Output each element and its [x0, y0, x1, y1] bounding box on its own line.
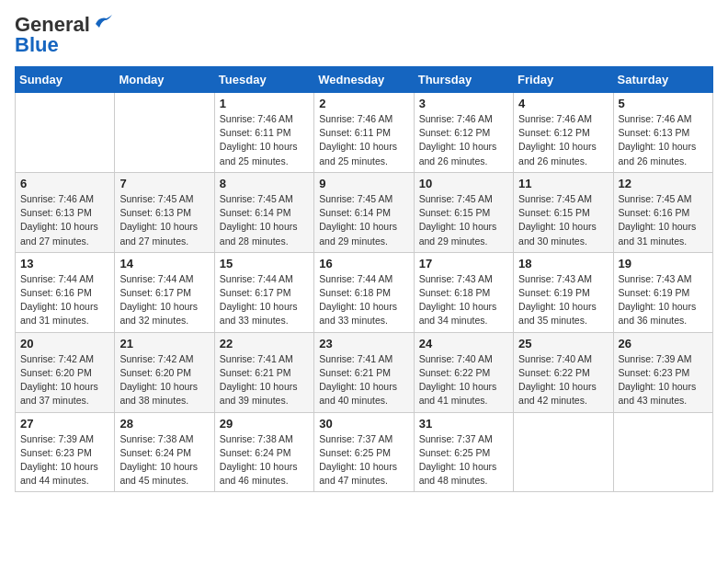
day-info: Sunrise: 7:41 AM Sunset: 6:21 PM Dayligh…	[319, 352, 408, 408]
calendar-day-cell: 28Sunrise: 7:38 AM Sunset: 6:24 PM Dayli…	[115, 412, 214, 492]
calendar-day-cell: 11Sunrise: 7:45 AM Sunset: 6:15 PM Dayli…	[514, 172, 613, 252]
day-number: 25	[518, 337, 608, 350]
day-info: Sunrise: 7:40 AM Sunset: 6:22 PM Dayligh…	[419, 352, 508, 408]
day-info: Sunrise: 7:44 AM Sunset: 6:16 PM Dayligh…	[20, 272, 109, 328]
day-of-week-header: Monday	[115, 67, 214, 93]
day-number: 29	[220, 417, 309, 431]
day-number: 20	[20, 337, 109, 350]
calendar-day-cell: 21Sunrise: 7:42 AM Sunset: 6:20 PM Dayli…	[115, 332, 214, 412]
page-header: General Blue	[15, 15, 713, 55]
day-number: 21	[119, 337, 209, 350]
day-info: Sunrise: 7:45 AM Sunset: 6:15 PM Dayligh…	[518, 192, 608, 248]
calendar-day-cell: 8Sunrise: 7:45 AM Sunset: 6:14 PM Daylig…	[214, 172, 313, 252]
calendar-week-row: 1Sunrise: 7:46 AM Sunset: 6:11 PM Daylig…	[16, 93, 713, 173]
day-number: 8	[220, 177, 309, 190]
day-number: 27	[20, 417, 109, 431]
day-number: 10	[419, 177, 508, 190]
day-info: Sunrise: 7:46 AM Sunset: 6:12 PM Dayligh…	[518, 112, 608, 168]
day-number: 28	[119, 417, 209, 431]
calendar-day-cell	[16, 93, 115, 173]
day-info: Sunrise: 7:44 AM Sunset: 6:17 PM Dayligh…	[220, 272, 309, 328]
day-number: 12	[619, 177, 708, 190]
day-info: Sunrise: 7:42 AM Sunset: 6:20 PM Dayligh…	[119, 352, 209, 408]
day-number: 3	[419, 97, 508, 110]
calendar-day-cell: 17Sunrise: 7:43 AM Sunset: 6:18 PM Dayli…	[414, 252, 513, 332]
calendar-table: SundayMondayTuesdayWednesdayThursdayFrid…	[15, 66, 713, 492]
day-number: 23	[319, 337, 408, 350]
calendar-week-row: 13Sunrise: 7:44 AM Sunset: 6:16 PM Dayli…	[16, 252, 713, 332]
day-number: 22	[220, 337, 309, 350]
day-info: Sunrise: 7:40 AM Sunset: 6:22 PM Dayligh…	[518, 352, 608, 408]
day-number: 30	[319, 417, 408, 431]
calendar-day-cell	[514, 412, 613, 492]
calendar-week-row: 6Sunrise: 7:46 AM Sunset: 6:13 PM Daylig…	[16, 172, 713, 252]
day-info: Sunrise: 7:43 AM Sunset: 6:18 PM Dayligh…	[419, 272, 508, 328]
calendar-day-cell: 16Sunrise: 7:44 AM Sunset: 6:18 PM Dayli…	[314, 252, 414, 332]
calendar-day-cell: 20Sunrise: 7:42 AM Sunset: 6:20 PM Dayli…	[16, 332, 115, 412]
day-of-week-header: Thursday	[414, 67, 513, 93]
calendar-day-cell: 18Sunrise: 7:43 AM Sunset: 6:19 PM Dayli…	[514, 252, 613, 332]
calendar-day-cell: 27Sunrise: 7:39 AM Sunset: 6:23 PM Dayli…	[16, 412, 115, 492]
day-info: Sunrise: 7:45 AM Sunset: 6:13 PM Dayligh…	[119, 192, 209, 248]
day-info: Sunrise: 7:45 AM Sunset: 6:14 PM Dayligh…	[319, 192, 408, 248]
day-info: Sunrise: 7:39 AM Sunset: 6:23 PM Dayligh…	[20, 432, 109, 488]
calendar-day-cell: 12Sunrise: 7:45 AM Sunset: 6:16 PM Dayli…	[613, 172, 712, 252]
day-number: 15	[220, 257, 309, 270]
day-info: Sunrise: 7:38 AM Sunset: 6:24 PM Dayligh…	[220, 432, 309, 488]
day-of-week-header: Saturday	[613, 67, 712, 93]
calendar-header-row: SundayMondayTuesdayWednesdayThursdayFrid…	[16, 67, 713, 93]
day-number: 9	[319, 177, 408, 190]
day-number: 16	[319, 257, 408, 270]
calendar-day-cell: 31Sunrise: 7:37 AM Sunset: 6:25 PM Dayli…	[414, 412, 513, 492]
day-info: Sunrise: 7:41 AM Sunset: 6:21 PM Dayligh…	[220, 352, 309, 408]
calendar-day-cell: 30Sunrise: 7:37 AM Sunset: 6:25 PM Dayli…	[314, 412, 414, 492]
calendar-day-cell: 23Sunrise: 7:41 AM Sunset: 6:21 PM Dayli…	[314, 332, 414, 412]
day-info: Sunrise: 7:46 AM Sunset: 6:13 PM Dayligh…	[20, 192, 109, 248]
day-info: Sunrise: 7:37 AM Sunset: 6:25 PM Dayligh…	[419, 432, 508, 488]
calendar-day-cell: 13Sunrise: 7:44 AM Sunset: 6:16 PM Dayli…	[16, 252, 115, 332]
day-number: 4	[518, 97, 608, 110]
calendar-day-cell: 24Sunrise: 7:40 AM Sunset: 6:22 PM Dayli…	[414, 332, 513, 412]
day-of-week-header: Wednesday	[314, 67, 414, 93]
calendar-day-cell: 6Sunrise: 7:46 AM Sunset: 6:13 PM Daylig…	[16, 172, 115, 252]
day-number: 14	[119, 257, 209, 270]
day-info: Sunrise: 7:39 AM Sunset: 6:23 PM Dayligh…	[619, 352, 708, 408]
day-info: Sunrise: 7:44 AM Sunset: 6:17 PM Dayligh…	[119, 272, 209, 328]
day-info: Sunrise: 7:45 AM Sunset: 6:16 PM Dayligh…	[619, 192, 708, 248]
calendar-day-cell: 10Sunrise: 7:45 AM Sunset: 6:15 PM Dayli…	[414, 172, 513, 252]
day-info: Sunrise: 7:46 AM Sunset: 6:13 PM Dayligh…	[619, 112, 708, 168]
day-number: 7	[119, 177, 209, 190]
calendar-day-cell: 1Sunrise: 7:46 AM Sunset: 6:11 PM Daylig…	[214, 93, 313, 173]
day-of-week-header: Friday	[514, 67, 613, 93]
calendar-day-cell: 26Sunrise: 7:39 AM Sunset: 6:23 PM Dayli…	[613, 332, 712, 412]
day-number: 24	[419, 337, 508, 350]
calendar-day-cell: 14Sunrise: 7:44 AM Sunset: 6:17 PM Dayli…	[115, 252, 214, 332]
day-info: Sunrise: 7:46 AM Sunset: 6:12 PM Dayligh…	[419, 112, 508, 168]
day-number: 26	[619, 337, 708, 350]
calendar-day-cell: 9Sunrise: 7:45 AM Sunset: 6:14 PM Daylig…	[314, 172, 414, 252]
day-info: Sunrise: 7:45 AM Sunset: 6:15 PM Dayligh…	[419, 192, 508, 248]
day-info: Sunrise: 7:43 AM Sunset: 6:19 PM Dayligh…	[619, 272, 708, 328]
day-number: 18	[518, 257, 608, 270]
day-info: Sunrise: 7:46 AM Sunset: 6:11 PM Dayligh…	[319, 112, 408, 168]
calendar-day-cell	[613, 412, 712, 492]
day-number: 19	[619, 257, 708, 270]
calendar-day-cell	[115, 93, 214, 173]
day-info: Sunrise: 7:42 AM Sunset: 6:20 PM Dayligh…	[20, 352, 109, 408]
calendar-day-cell: 22Sunrise: 7:41 AM Sunset: 6:21 PM Dayli…	[214, 332, 313, 412]
day-number: 13	[20, 257, 109, 270]
day-info: Sunrise: 7:44 AM Sunset: 6:18 PM Dayligh…	[319, 272, 408, 328]
day-info: Sunrise: 7:46 AM Sunset: 6:11 PM Dayligh…	[220, 112, 309, 168]
logo-blue: Blue	[15, 35, 59, 55]
calendar-day-cell: 3Sunrise: 7:46 AM Sunset: 6:12 PM Daylig…	[414, 93, 513, 173]
calendar-week-row: 20Sunrise: 7:42 AM Sunset: 6:20 PM Dayli…	[16, 332, 713, 412]
day-of-week-header: Tuesday	[214, 67, 313, 93]
day-number: 2	[319, 97, 408, 110]
day-number: 17	[419, 257, 508, 270]
logo-bird-icon	[92, 15, 112, 31]
day-number: 31	[419, 417, 508, 431]
calendar-day-cell: 15Sunrise: 7:44 AM Sunset: 6:17 PM Dayli…	[214, 252, 313, 332]
logo-general: General	[15, 15, 90, 35]
day-of-week-header: Sunday	[16, 67, 115, 93]
day-number: 11	[518, 177, 608, 190]
